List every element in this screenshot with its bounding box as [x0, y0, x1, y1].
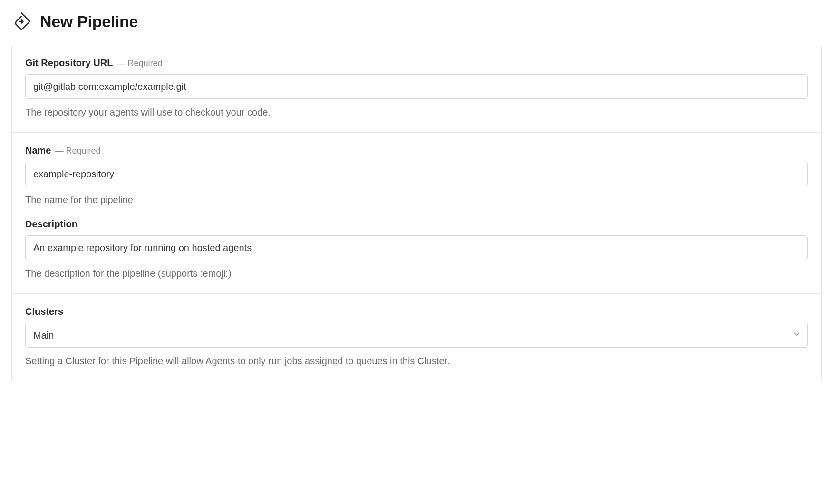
field-description: Description The description for the pipe… — [25, 219, 808, 280]
page-title: New Pipeline — [40, 12, 138, 31]
description-label: Description — [25, 219, 77, 230]
clusters-help: Setting a Cluster for this Pipeline will… — [25, 354, 808, 368]
name-label-row: Name — Required — [25, 145, 808, 156]
pipeline-icon — [11, 11, 31, 31]
name-required: — Required — [55, 146, 100, 156]
field-clusters: Clusters Main Setting a Cluster for this… — [25, 306, 808, 368]
page-header: New Pipeline — [11, 11, 822, 31]
name-label: Name — [25, 145, 51, 156]
clusters-select[interactable]: Main — [25, 323, 808, 348]
pipeline-form: Git Repository URL — Required The reposi… — [11, 45, 822, 381]
field-git-repo: Git Repository URL — Required The reposi… — [25, 58, 808, 119]
name-input[interactable] — [25, 162, 808, 186]
clusters-label: Clusters — [25, 306, 63, 317]
clusters-select-wrap: Main — [25, 323, 808, 348]
git-repo-label-row: Git Repository URL — Required — [25, 58, 808, 68]
clusters-label-row: Clusters — [25, 306, 808, 317]
field-name: Name — Required The name for the pipelin… — [25, 145, 808, 206]
name-help: The name for the pipeline — [25, 193, 808, 206]
section-clusters: Clusters Main Setting a Cluster for this… — [12, 293, 821, 381]
description-help: The description for the pipeline (suppor… — [25, 267, 808, 280]
description-label-row: Description — [25, 219, 808, 230]
description-input[interactable] — [25, 235, 808, 260]
git-repo-label: Git Repository URL — [25, 58, 113, 68]
git-repo-help: The repository your agents will use to c… — [25, 106, 808, 119]
git-repo-required: — Required — [116, 58, 162, 68]
git-repo-input[interactable] — [25, 74, 808, 99]
section-git-repo: Git Repository URL — Required The reposi… — [12, 45, 821, 132]
section-name-description: Name — Required The name for the pipelin… — [12, 132, 821, 293]
